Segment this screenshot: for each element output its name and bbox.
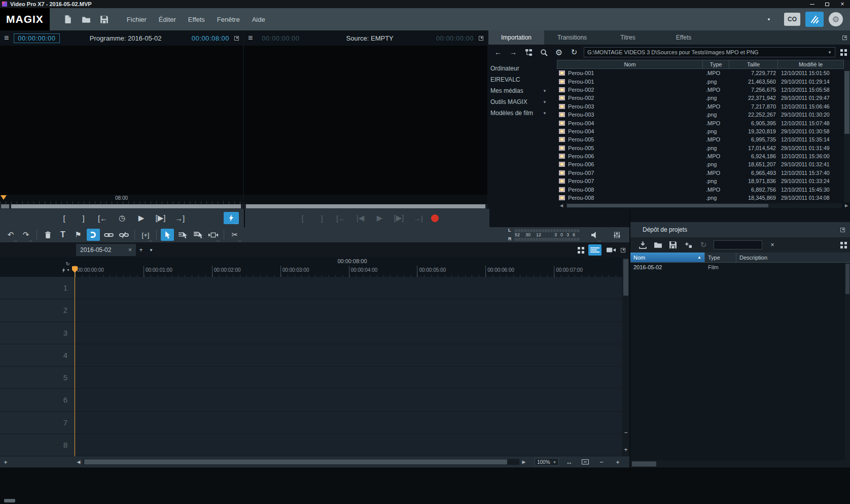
timeline-vscroll-thumb[interactable] (623, 259, 628, 296)
track-lane[interactable] (75, 322, 629, 344)
source-menu-icon[interactable]: ≡ (248, 33, 253, 43)
title-editor-button[interactable]: T (56, 229, 69, 241)
range-playback-button[interactable]: ◷ (116, 212, 129, 224)
hscroll-right-icon[interactable]: ▶ (843, 203, 850, 208)
vertical-zoom-out-button[interactable]: − (623, 429, 629, 436)
zoom-level-select[interactable]: 100% ▼ (535, 458, 559, 466)
display-options-icon[interactable] (840, 49, 843, 52)
source-panel-icon[interactable] (479, 36, 483, 41)
ruler-tick[interactable]: 00:00:02:00 (212, 266, 280, 277)
burn-mode-button[interactable] (829, 12, 843, 26)
file-row[interactable]: Perou-007 .png 18,971,836 29/10/2011 01:… (557, 177, 844, 185)
file-row[interactable]: Perou-007 .MPO 6,965,493 12/10/2011 15:3… (557, 169, 844, 177)
source-hscroll-thumb[interactable] (246, 204, 485, 208)
new-project-button[interactable] (60, 12, 76, 27)
track-row[interactable]: 1 (0, 277, 629, 299)
file-row[interactable]: Perou-003 .MPO 7,217,870 12/10/2011 15:0… (557, 102, 844, 111)
ruler-tick[interactable]: 00:00:07:00 (554, 266, 622, 277)
timeline-vscrollbar[interactable]: − + (622, 258, 629, 456)
track-row[interactable]: 2 (0, 299, 629, 321)
ruler-tick[interactable]: 00:00:05:00 (417, 266, 485, 277)
depot-column-type[interactable]: Type (705, 253, 736, 262)
depot-refresh-button[interactable]: ↻ (698, 239, 709, 250)
scene-view-icon[interactable] (578, 247, 580, 249)
vertical-zoom-in-button[interactable]: + (623, 446, 629, 453)
ruler-tick[interactable]: 00:00:00:00 (75, 266, 144, 277)
save-project-button[interactable] (96, 12, 113, 27)
timeline-hscrollbar[interactable]: ◀ ▶ (75, 459, 527, 465)
sidebar-item[interactable]: Mes médias ▼ (488, 85, 557, 96)
depot-import-button[interactable] (638, 239, 648, 250)
range-loop-icon[interactable]: ↻ (66, 262, 70, 267)
add-track-button[interactable]: + (1, 457, 10, 466)
chevron-down-icon[interactable]: ▼ (543, 89, 547, 93)
file-row[interactable]: Perou-002 .MPO 7,256,675 12/10/2011 15:0… (557, 86, 844, 94)
file-row[interactable]: Perou-001 .MPO 7,229,772 12/10/2011 15:0… (557, 69, 844, 77)
depot-panel-icon[interactable] (840, 228, 845, 232)
marker-button[interactable]: ⚑ (72, 229, 85, 241)
src-set-in-point-button[interactable]: [ (296, 212, 309, 224)
program-timecode[interactable]: 00:00:00:00 (14, 33, 59, 43)
ruler-tick[interactable]: 00:00:03:00 (280, 266, 349, 277)
file-list-vscrollbar[interactable] (844, 60, 850, 202)
project-tab[interactable]: 2016-05-02 × (76, 244, 136, 256)
zoom-out-button[interactable]: − (595, 457, 608, 466)
track-lane[interactable] (75, 434, 629, 456)
tab-effets[interactable]: Effets (656, 30, 712, 45)
depot-vscroll-thumb[interactable] (845, 264, 849, 294)
ruler-tick[interactable]: 00:00:01:00 (144, 266, 212, 277)
refresh-button[interactable]: ↻ (569, 47, 580, 57)
src-jump-to-start-button[interactable]: [← (335, 212, 348, 224)
column-header-type[interactable]: Type (703, 60, 729, 68)
track-row[interactable]: 5 (0, 367, 629, 389)
file-row[interactable]: Perou-006 .png 18,651,207 29/10/2011 01:… (557, 160, 844, 168)
edit-mode-button[interactable] (805, 12, 824, 27)
tab-transitions[interactable]: Transitions (544, 30, 600, 45)
menu-item[interactable]: Aide (246, 13, 271, 26)
depot-column-nom[interactable]: Nom ▲ (630, 253, 705, 262)
menu-item[interactable]: Effets (182, 13, 211, 26)
track-lane[interactable] (75, 389, 629, 411)
record-button[interactable] (431, 214, 439, 222)
set-in-point-button[interactable]: [ (58, 212, 71, 224)
menu-item[interactable]: Fichier (121, 13, 153, 26)
ruler-scale[interactable]: 00:00:00:0000:00:01:0000:00:02:0000:00:0… (75, 266, 622, 277)
depot-add-project-button[interactable] (683, 239, 693, 250)
track-lane[interactable] (75, 367, 629, 388)
hscroll-thumb[interactable] (84, 459, 507, 464)
file-row[interactable]: Perou-003 .png 22,252,267 29/10/2011 01:… (557, 111, 844, 119)
chevron-down-icon[interactable]: ▼ (543, 111, 547, 116)
chevron-down-icon[interactable]: ▼ (543, 100, 547, 104)
zoom-in-button[interactable]: + (612, 457, 624, 466)
set-out-point-button[interactable]: ] (77, 212, 90, 224)
tab-titres[interactable]: Titres (600, 30, 656, 45)
snap-button[interactable] (87, 229, 100, 241)
column-header-nom[interactable]: Nom (557, 60, 703, 68)
source-hscrollbar[interactable] (244, 204, 487, 209)
depot-clear-search-button[interactable]: × (767, 239, 777, 250)
track-row[interactable]: 6 (0, 389, 629, 411)
file-row[interactable]: Perou-008 .MPO 6,892,756 12/10/2011 15:4… (557, 185, 844, 193)
program-hscroll-thumb[interactable] (11, 204, 241, 208)
track-lane[interactable] (75, 412, 629, 434)
program-hscroll-block[interactable] (1, 204, 9, 208)
stretch-mode-button[interactable] (206, 229, 220, 241)
track-number[interactable]: 2 (0, 299, 75, 321)
sidebar-item[interactable]: EIREVALC (488, 74, 557, 85)
file-row[interactable]: Perou-001 .png 21,463,560 29/10/2011 01:… (557, 77, 844, 85)
options-button[interactable]: ⚙ (553, 47, 564, 57)
track-row[interactable]: 3 (0, 322, 629, 344)
hscroll-track[interactable] (566, 203, 842, 208)
ruler-tick[interactable]: 00:00:04:00 (349, 266, 417, 277)
automation-icon[interactable]: ▼ (62, 268, 70, 273)
track-number[interactable]: 6 (0, 389, 75, 411)
column-header-taille[interactable]: Taille (729, 60, 778, 68)
depot-hscrollbar[interactable] (630, 460, 850, 467)
depot-column-description[interactable]: Description (736, 253, 850, 262)
search-button[interactable] (538, 47, 549, 57)
jump-to-start-button[interactable]: [← (96, 212, 110, 224)
volume-button[interactable] (588, 229, 601, 241)
tab-importation[interactable]: Importation (488, 30, 544, 45)
storyboard-view-button[interactable] (607, 247, 616, 253)
timeline-panel-icon[interactable] (621, 248, 625, 253)
